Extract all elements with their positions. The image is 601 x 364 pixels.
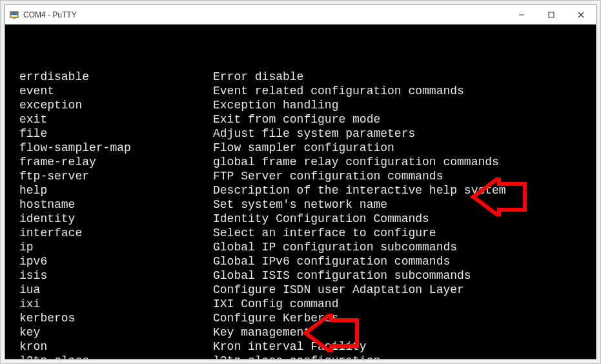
help-description: Key management xyxy=(213,325,311,339)
help-description: Flow sampler configuration xyxy=(213,141,394,155)
help-row: frame-relayglobal frame relay configurat… xyxy=(6,155,595,169)
help-description: FTP Server configuration commands xyxy=(213,169,443,183)
help-description: Identity Configuration Commands xyxy=(213,212,429,226)
help-command: exception xyxy=(6,98,213,112)
help-command: flow-sampler-map xyxy=(6,141,213,155)
maximize-button[interactable] xyxy=(536,5,566,25)
help-command: kerberos xyxy=(6,311,213,325)
help-row: helpDescription of the interactive help … xyxy=(6,183,595,197)
help-description: Adjust file system parameters xyxy=(213,126,415,141)
help-description: Set system's network name xyxy=(213,197,387,212)
help-description: IXI Config command xyxy=(213,297,338,311)
help-description: Global ISIS configuration subcommands xyxy=(213,268,471,283)
help-row: ipGlobal IP configuration subcommands xyxy=(6,240,595,254)
svg-rect-2 xyxy=(13,17,15,19)
help-command: ixi xyxy=(6,297,213,311)
help-row: kerberosConfigure Kerberos xyxy=(6,311,595,325)
help-command: kron xyxy=(6,339,213,354)
help-description: Event related configuration commands xyxy=(213,84,464,98)
help-row: errdisableError disable xyxy=(6,70,595,84)
help-command: frame-relay xyxy=(6,155,213,169)
help-command: hostname xyxy=(6,197,213,212)
help-command: iua xyxy=(6,283,213,297)
window-controls xyxy=(507,5,596,25)
help-command: help xyxy=(6,183,213,197)
help-command: ftp-server xyxy=(6,169,213,183)
help-description: l2tp-class configuration xyxy=(213,354,380,359)
help-row: ipv6Global IPv6 configuration commands xyxy=(6,254,595,268)
help-description: Exit from configure mode xyxy=(213,112,380,126)
help-command: ipv6 xyxy=(6,254,213,268)
svg-rect-1 xyxy=(11,12,17,15)
help-row: isisGlobal ISIS configuration subcommand… xyxy=(6,268,595,283)
help-row: exitExit from configure mode xyxy=(6,112,595,126)
putty-icon xyxy=(9,10,19,20)
help-command: event xyxy=(6,84,213,98)
titlebar[interactable]: COM4 - PuTTY xyxy=(5,5,596,25)
help-command: identity xyxy=(6,212,213,226)
help-row: exceptionException handling xyxy=(6,98,595,112)
help-command: isis xyxy=(6,268,213,283)
help-row: ixiIXI Config command xyxy=(6,297,595,311)
help-row: iuaConfigure ISDN user Adaptation Layer xyxy=(6,283,595,297)
help-description: Configure ISDN user Adaptation Layer xyxy=(213,283,464,297)
help-row: l2tp-classl2tp-class configuration xyxy=(6,354,595,359)
minimize-button[interactable] xyxy=(507,5,536,25)
help-command: key xyxy=(6,325,213,339)
help-row: keyKey management xyxy=(6,325,595,339)
help-command: interface xyxy=(6,226,213,240)
help-row: kronKron interval Facility xyxy=(6,339,595,354)
help-description: Select an interface to configure xyxy=(213,226,436,240)
help-row: identityIdentity Configuration Commands xyxy=(6,212,595,226)
help-row: eventEvent related configuration command… xyxy=(6,84,595,98)
terminal-area[interactable]: errdisableError disableeventEvent relate… xyxy=(5,25,596,359)
close-button[interactable] xyxy=(566,5,596,25)
putty-window: COM4 - PuTTY errdisableError disableeven… xyxy=(5,5,596,359)
help-command: exit xyxy=(6,112,213,126)
help-description: Description of the interactive help syst… xyxy=(213,183,506,197)
help-description: global frame relay configuration command… xyxy=(213,155,499,169)
svg-rect-4 xyxy=(549,12,554,17)
help-description: Configure Kerberos xyxy=(213,311,338,325)
help-description: Global IP configuration subcommands xyxy=(213,240,457,254)
help-description: Error disable xyxy=(213,70,303,84)
help-description: Exception handling xyxy=(213,98,338,112)
help-row: fileAdjust file system parameters xyxy=(6,126,595,141)
help-command: l2tp-class xyxy=(6,354,213,359)
help-row: hostnameSet system's network name xyxy=(6,197,595,212)
help-command: file xyxy=(6,126,213,141)
help-command: ip xyxy=(6,240,213,254)
window-title: COM4 - PuTTY xyxy=(23,10,77,19)
help-description: Kron interval Facility xyxy=(213,339,367,354)
help-row: interfaceSelect an interface to configur… xyxy=(6,226,595,240)
help-description: Global IPv6 configuration commands xyxy=(213,254,450,268)
help-command: errdisable xyxy=(6,70,213,84)
help-row: ftp-serverFTP Server configuration comma… xyxy=(6,169,595,183)
help-row: flow-sampler-mapFlow sampler configurati… xyxy=(6,141,595,155)
